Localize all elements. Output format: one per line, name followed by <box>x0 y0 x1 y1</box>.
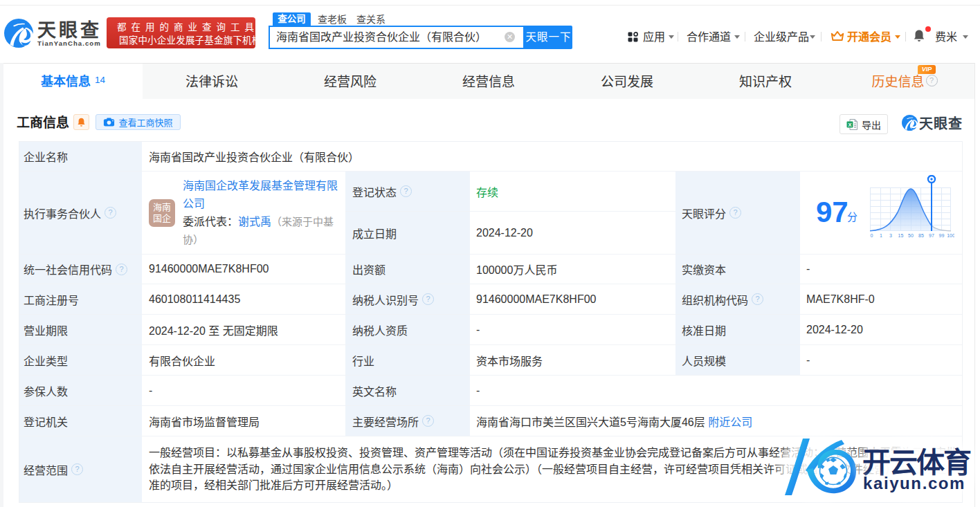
svg-text:100: 100 <box>947 233 954 238</box>
svg-text:99: 99 <box>939 233 945 238</box>
svg-text:3: 3 <box>889 233 892 238</box>
svg-text:X: X <box>848 121 851 127</box>
svg-text:0: 0 <box>871 233 873 238</box>
svg-text:15: 15 <box>898 233 904 238</box>
svg-text:50: 50 <box>908 233 914 238</box>
svg-text:1: 1 <box>880 233 882 238</box>
svg-text:85: 85 <box>918 233 924 238</box>
svg-text:97: 97 <box>929 233 934 238</box>
